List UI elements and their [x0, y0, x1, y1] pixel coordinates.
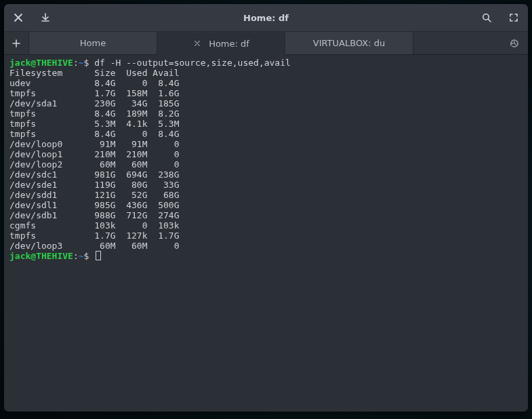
- tab-label: Home: df: [209, 39, 249, 49]
- tab-virtualbox-du[interactable]: VIRTUALBOX: du: [285, 32, 413, 54]
- cursor: [96, 251, 101, 260]
- tab-home-df[interactable]: Home: df: [157, 33, 285, 55]
- close-icon[interactable]: [9, 9, 27, 26]
- terminal-window: Home: df Home Home: df VIRTUALBOX: du: [4, 4, 528, 412]
- window-title: Home: df: [54, 13, 478, 23]
- search-icon[interactable]: [478, 9, 495, 26]
- tab-bar: Home Home: df VIRTUALBOX: du: [4, 32, 528, 55]
- tab-label: VIRTUALBOX: du: [313, 38, 385, 48]
- title-bar: Home: df: [4, 4, 528, 32]
- tab-close-icon[interactable]: [192, 39, 202, 48]
- tab-label: Home: [80, 38, 106, 48]
- tab-home[interactable]: Home: [29, 32, 157, 54]
- new-tab-button[interactable]: [4, 32, 29, 54]
- terminal-output[interactable]: jack@THEHIVE:~$ df -H --output=source,si…: [4, 55, 528, 412]
- download-icon[interactable]: [37, 9, 54, 26]
- fullscreen-icon[interactable]: [505, 9, 523, 26]
- history-icon[interactable]: [501, 32, 528, 54]
